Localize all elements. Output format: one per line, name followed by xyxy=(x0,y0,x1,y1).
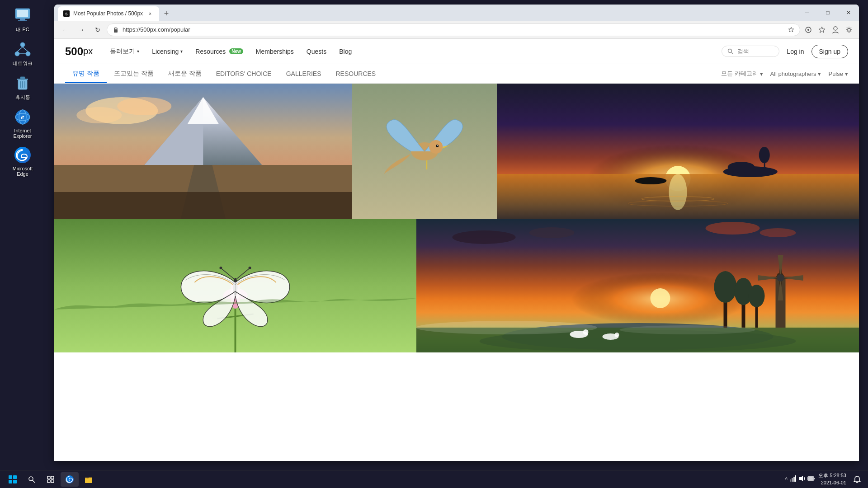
url-text: https://500px.com/popular xyxy=(123,26,784,33)
photo-windmill[interactable] xyxy=(416,219,859,352)
nav-quests-label: Quests xyxy=(307,48,326,55)
subnav-trending[interactable]: 뜨고있는 작품 xyxy=(107,64,161,83)
nav-memberships-label: Memberships xyxy=(256,48,294,55)
desktop-icon-label-my-pc: 내 PC xyxy=(16,26,29,33)
nav-licensing-label: Licensing xyxy=(152,48,179,55)
pulse-filter[interactable]: Pulse ▾ xyxy=(828,70,848,77)
subnav-galleries[interactable]: GALLERIES xyxy=(279,65,329,83)
bird-image xyxy=(352,84,497,219)
subnav-editors[interactable]: EDITORS' CHOICE xyxy=(209,65,279,83)
back-button[interactable]: ← xyxy=(58,23,72,36)
svg-rect-3 xyxy=(18,20,27,21)
pulse-chevron-icon: ▾ xyxy=(845,70,848,77)
battery-tray-icon[interactable] xyxy=(807,475,815,484)
nav-memberships[interactable]: Memberships xyxy=(250,39,300,64)
minimize-button[interactable]: ─ xyxy=(797,5,817,20)
favorites-button[interactable] xyxy=(816,23,828,36)
taskbar-search-button[interactable] xyxy=(23,472,41,487)
svg-marker-117 xyxy=(799,476,803,481)
taskbar-time: 오후 5:28:53 xyxy=(818,472,846,479)
volume-tray-icon[interactable] xyxy=(798,475,806,484)
start-button[interactable] xyxy=(4,472,22,487)
search-input[interactable] xyxy=(737,48,774,55)
nav-quests[interactable]: Quests xyxy=(300,39,333,64)
svg-point-69 xyxy=(249,267,251,269)
photo-butterfly[interactable] xyxy=(54,219,416,352)
taskbar: ^ 오후 5:28:53 2021-06-01 xyxy=(0,470,868,488)
svg-point-99 xyxy=(453,230,516,244)
edge-desktop-icon xyxy=(14,146,32,164)
photographers-filter[interactable]: All photographers ▾ xyxy=(770,70,821,77)
login-button[interactable]: Log in xyxy=(787,48,804,55)
new-tab-button[interactable]: + xyxy=(159,6,174,21)
taskbar-search-icon xyxy=(28,476,35,483)
svg-point-100 xyxy=(529,227,575,238)
svg-point-26 xyxy=(834,27,837,30)
photo-mountain[interactable] xyxy=(54,84,352,219)
photo-row-1 xyxy=(54,84,859,219)
svg-point-92 xyxy=(777,274,784,282)
svg-point-77 xyxy=(714,271,737,303)
settings-button[interactable] xyxy=(843,23,855,36)
signup-button[interactable]: Sign up xyxy=(811,45,848,58)
desktop-icon-ms-edge[interactable]: Microsoft Edge xyxy=(5,144,41,178)
desktop-icon-my-pc[interactable]: 내 PC xyxy=(5,5,41,35)
nav-browse[interactable]: 둘러보기 ▾ xyxy=(104,39,146,64)
subnav-new[interactable]: 새로운 작품 xyxy=(161,64,209,83)
nav-licensing[interactable]: Licensing ▾ xyxy=(146,39,189,64)
subnav-popular[interactable]: 유명 작품 xyxy=(65,64,107,83)
desktop-icon-network[interactable]: 네트워크 xyxy=(5,38,41,69)
search-icon xyxy=(727,48,734,55)
category-filter[interactable]: 모든 카테고리 ▾ xyxy=(721,70,763,78)
profile-button[interactable] xyxy=(829,23,842,36)
search-bar[interactable] xyxy=(722,46,779,57)
svg-point-102 xyxy=(760,228,796,237)
svg-point-101 xyxy=(706,222,760,235)
taskbar-edge-button[interactable] xyxy=(61,472,79,487)
notification-button[interactable] xyxy=(850,472,864,487)
svg-point-43 xyxy=(437,145,438,146)
windmill-image xyxy=(416,219,859,352)
svg-point-81 xyxy=(749,285,765,307)
photo-sunset[interactable] xyxy=(497,84,859,219)
tray-expand-button[interactable]: ^ xyxy=(785,476,788,483)
forward-button[interactable]: → xyxy=(74,23,89,36)
svg-rect-106 xyxy=(51,476,54,479)
pc-icon xyxy=(14,6,32,24)
network-tray-icon[interactable] xyxy=(789,475,797,484)
nav-resources[interactable]: Resources New xyxy=(189,39,249,64)
nav-blog[interactable]: Blog xyxy=(333,39,358,64)
title-bar: 5 Most Popular Photos / 500px × + ─ □ ✕ xyxy=(54,5,859,21)
svg-rect-115 xyxy=(793,477,795,482)
photo-bird[interactable] xyxy=(352,84,497,219)
toolbar-right xyxy=(802,23,855,36)
maximize-button[interactable]: □ xyxy=(817,5,838,20)
active-tab[interactable]: 5 Most Popular Photos / 500px × xyxy=(58,6,159,21)
refresh-button[interactable]: ↻ xyxy=(90,23,105,36)
taskview-button[interactable] xyxy=(42,472,60,487)
tab-area: 5 Most Popular Photos / 500px × + xyxy=(54,5,174,21)
category-chevron-icon: ▾ xyxy=(760,70,763,77)
collections-button[interactable] xyxy=(802,23,815,36)
nav-resources-label: Resources xyxy=(195,48,226,55)
logo-px: px xyxy=(83,46,93,56)
taskbar-fileexplorer-button[interactable] xyxy=(80,472,98,487)
desktop-icon-internet-explorer[interactable]: e Internet Explorer xyxy=(5,106,41,141)
logo-500: 500 xyxy=(65,45,83,58)
subnav-resources[interactable]: RESOURCES xyxy=(329,65,383,83)
taskbar-clock[interactable]: 오후 5:28:53 2021-06-01 xyxy=(818,472,846,486)
photographers-chevron-icon: ▾ xyxy=(818,70,821,77)
svg-rect-1 xyxy=(17,10,28,17)
licensing-chevron-icon: ▾ xyxy=(180,49,183,54)
svg-rect-120 xyxy=(808,477,813,480)
toolbar: ← → ↻ https://500px.com/popular xyxy=(54,21,859,39)
svg-point-97 xyxy=(416,321,597,334)
star-icon[interactable] xyxy=(788,27,794,33)
address-bar[interactable]: https://500px.com/popular xyxy=(107,23,800,36)
desktop-icon-label-network: 네트워크 xyxy=(13,60,33,67)
tab-close-button[interactable]: × xyxy=(146,10,154,17)
desktop-icon-recycle-bin[interactable]: 휴지통 xyxy=(5,72,41,103)
close-button[interactable]: ✕ xyxy=(838,5,859,20)
site-logo[interactable]: 500 px xyxy=(65,45,93,58)
svg-rect-113 xyxy=(790,479,791,482)
